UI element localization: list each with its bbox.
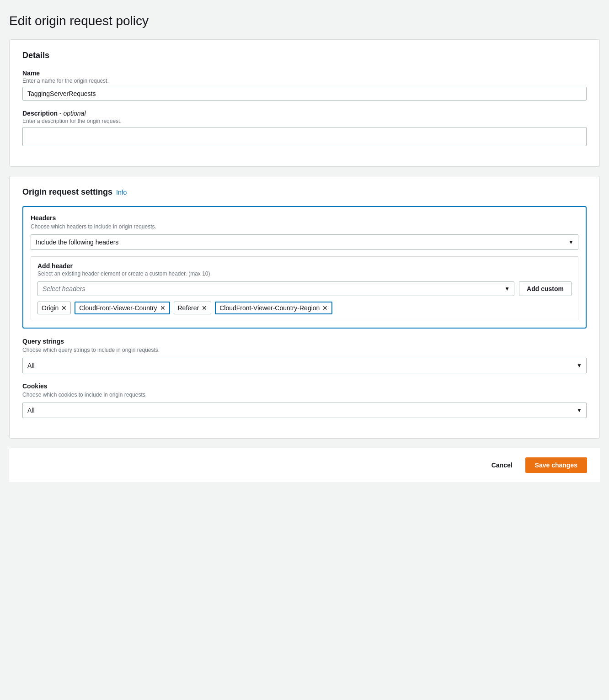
info-link[interactable]: Info <box>116 189 127 196</box>
section-title: Origin request settings <box>22 187 112 197</box>
name-field-group: Name Enter a name for the origin request… <box>22 69 587 101</box>
tag-cloudfront-viewer-country-label: CloudFront-Viewer-Country <box>79 304 157 312</box>
section-title-row: Origin request settings Info <box>22 187 587 197</box>
add-header-hint: Select an existing header element or cre… <box>37 270 572 277</box>
name-hint: Enter a name for the origin request. <box>22 78 587 84</box>
cookies-label: Cookies <box>22 382 587 390</box>
description-label: Description - optional <box>22 110 587 117</box>
cancel-button[interactable]: Cancel <box>484 458 520 472</box>
save-changes-button[interactable]: Save changes <box>525 457 587 473</box>
tag-referer-close-icon[interactable]: ✕ <box>202 305 207 311</box>
cookies-hint: Choose which cookies to include in origi… <box>22 392 587 398</box>
add-header-row: Select headers ▼ Add custom <box>37 281 572 296</box>
tag-cloudfront-viewer-country-region-label: CloudFront-Viewer-Country-Region <box>219 304 320 312</box>
select-headers-wrapper: Select headers ▼ <box>37 281 514 296</box>
add-custom-button[interactable]: Add custom <box>519 281 572 296</box>
tag-cloudfront-viewer-country-close-icon[interactable]: ✕ <box>160 305 166 311</box>
select-headers-dropdown[interactable]: Select headers <box>37 281 514 296</box>
headers-hint: Choose which headers to include in origi… <box>31 223 578 230</box>
add-header-title: Add header <box>37 262 572 270</box>
name-input[interactable] <box>22 87 587 101</box>
tag-cloudfront-viewer-country: CloudFront-Viewer-Country ✕ <box>75 302 170 314</box>
description-hint: Enter a description for the origin reque… <box>22 118 587 124</box>
name-label: Name <box>22 69 587 77</box>
query-strings-label: Query strings <box>22 338 587 345</box>
tag-cloudfront-viewer-country-region-close-icon[interactable]: ✕ <box>322 305 328 311</box>
tags-row: Origin ✕ CloudFront-Viewer-Country ✕ Ref… <box>37 302 572 314</box>
headers-label: Headers <box>31 214 578 222</box>
query-strings-hint: Choose which query strings to include in… <box>22 347 587 353</box>
page-title: Edit origin request policy <box>9 14 600 28</box>
origin-request-settings-card: Origin request settings Info Headers Cho… <box>9 176 600 439</box>
details-card-title: Details <box>22 51 587 60</box>
cookies-dropdown[interactable]: All None Whitelist <box>22 403 587 418</box>
headers-dropdown[interactable]: Include the following headers None All v… <box>31 234 578 250</box>
description-field-group: Description - optional Enter a descripti… <box>22 110 587 146</box>
description-input[interactable] <box>22 127 587 146</box>
add-header-section: Add header Select an existing header ele… <box>31 256 578 320</box>
tag-origin: Origin ✕ <box>37 302 71 314</box>
tag-cloudfront-viewer-country-region: CloudFront-Viewer-Country-Region ✕ <box>215 302 332 314</box>
tag-origin-close-icon[interactable]: ✕ <box>61 305 67 311</box>
query-strings-dropdown-wrapper: All None Whitelist ▼ <box>22 358 587 373</box>
details-card: Details Name Enter a name for the origin… <box>9 39 600 167</box>
cookies-section: Cookies Choose which cookies to include … <box>22 382 587 418</box>
tag-referer-label: Referer <box>178 304 199 312</box>
tag-referer: Referer ✕ <box>174 302 212 314</box>
headers-box: Headers Choose which headers to include … <box>22 206 587 329</box>
query-strings-section: Query strings Choose which query strings… <box>22 338 587 373</box>
footer: Cancel Save changes <box>9 448 600 482</box>
tag-origin-label: Origin <box>42 304 59 312</box>
headers-dropdown-wrapper: Include the following headers None All v… <box>31 234 578 250</box>
query-strings-dropdown[interactable]: All None Whitelist <box>22 358 587 373</box>
cookies-dropdown-wrapper: All None Whitelist ▼ <box>22 403 587 418</box>
